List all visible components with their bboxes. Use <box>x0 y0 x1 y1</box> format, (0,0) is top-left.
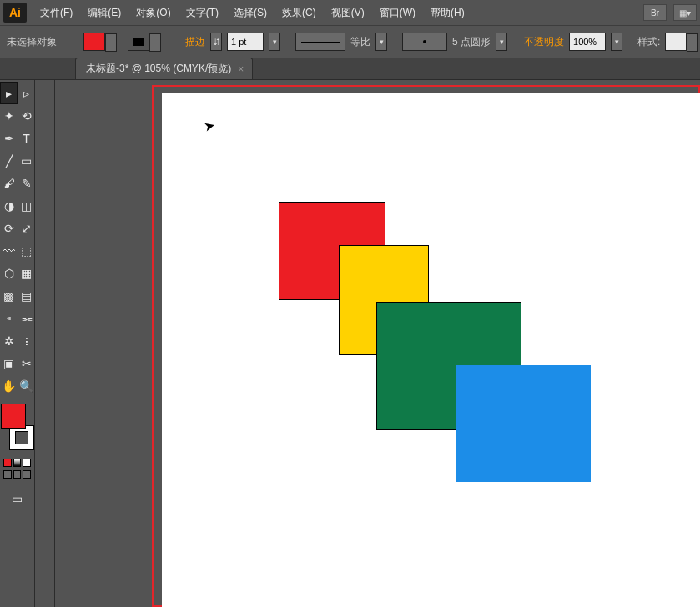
bridge-button[interactable]: Br <box>643 4 667 21</box>
fill-swatch[interactable] <box>83 33 105 51</box>
tool-gradient[interactable]: ▤ <box>18 284 35 307</box>
no-selection-label: 未选择对象 <box>7 35 57 49</box>
menubar: Ai 文件(F) 编辑(E) 对象(O) 文字(T) 选择(S) 效果(C) 视… <box>0 0 700 25</box>
screen-mode-present[interactable] <box>23 470 31 479</box>
stroke-profile-preview[interactable] <box>295 33 345 51</box>
app-logo: Ai <box>3 3 27 23</box>
canvas-area[interactable]: ➤ <box>35 80 700 607</box>
draw-mode-button[interactable]: ▭ <box>0 487 33 509</box>
tool-direct-selection[interactable]: ▹ <box>18 82 35 104</box>
uniform-label: 等比 <box>350 35 370 49</box>
tool-width[interactable]: 〰 <box>0 239 18 262</box>
stroke-weight-menu[interactable]: ▾ <box>269 33 280 51</box>
tool-paintbrush[interactable]: 🖌 <box>0 172 18 194</box>
stroke-swatch[interactable] <box>128 33 149 51</box>
color-mode-row <box>0 457 34 469</box>
tool-rectangle[interactable]: ▭ <box>18 149 35 172</box>
tool-scale[interactable]: ⤢ <box>18 217 35 239</box>
menu-file[interactable]: 文件(F) <box>33 3 79 23</box>
tool-hand[interactable]: ✋ <box>0 374 18 397</box>
color-mode-solid[interactable] <box>3 459 12 467</box>
style-swatch[interactable] <box>665 33 687 51</box>
artboard[interactable]: ➤ <box>162 93 700 607</box>
color-mode-gradient[interactable] <box>13 459 22 467</box>
document-tab-title: 未标题-3* @ 105% (CMYK/预览) <box>86 62 231 76</box>
stroke-label: 描边 <box>185 35 205 49</box>
tool-mesh[interactable]: ▩ <box>0 284 18 307</box>
opacity-input[interactable]: 100% <box>569 33 606 51</box>
brush-menu[interactable]: ▾ <box>496 33 507 51</box>
tool-blend[interactable]: ⫘ <box>18 307 35 329</box>
tool-graph[interactable]: ⫶ <box>18 329 35 352</box>
tool-lasso[interactable]: ⟲ <box>18 104 35 127</box>
tool-eraser[interactable]: ◫ <box>18 194 35 217</box>
tool-type[interactable]: T <box>18 127 35 149</box>
workspace-switcher[interactable]: ▦▾ <box>673 4 697 21</box>
tool-selection[interactable]: ▸ <box>0 82 18 104</box>
document-tabs: 未标题-3* @ 105% (CMYK/预览) × <box>0 58 700 80</box>
menu-help[interactable]: 帮助(H) <box>424 3 471 23</box>
menu-object[interactable]: 对象(O) <box>129 3 177 23</box>
vertical-ruler <box>35 80 55 607</box>
tool-magic-wand[interactable]: ✦ <box>0 104 18 127</box>
cursor-icon: ➤ <box>202 118 216 136</box>
menu-edit[interactable]: 编辑(E) <box>81 3 128 23</box>
artboard-bounds: ➤ <box>152 85 700 607</box>
tool-free-transform[interactable]: ⬚ <box>18 239 35 262</box>
tools-panel: ▸ ▹ ✦ ⟲ ✒ T ╱ ▭ 🖌 ✎ ◑ ◫ ⟳ ⤢ 〰 ⬚ ⬡ ▦ ▩ ▤ … <box>0 80 35 607</box>
tool-shape-builder[interactable]: ⬡ <box>0 262 18 284</box>
menu-select[interactable]: 选择(S) <box>227 3 274 23</box>
brush-preview[interactable] <box>402 33 447 51</box>
menu-effect[interactable]: 效果(C) <box>275 3 323 23</box>
menu-type[interactable]: 文字(T) <box>179 3 225 23</box>
brush-label: 5 点圆形 <box>452 35 491 49</box>
fill-stroke-indicator[interactable] <box>1 404 34 450</box>
menu-view[interactable]: 视图(V) <box>325 3 371 23</box>
tool-pencil[interactable]: ✎ <box>18 172 35 194</box>
tool-eyedropper[interactable]: ⁌ <box>0 307 18 329</box>
document-tab-close[interactable]: × <box>238 63 244 75</box>
tool-slice[interactable]: ✂ <box>18 352 35 374</box>
screen-mode-row <box>0 469 34 480</box>
tool-artboard[interactable]: ▣ <box>0 352 18 374</box>
tool-zoom[interactable]: 🔍 <box>18 374 35 397</box>
opacity-label: 不透明度 <box>524 35 564 49</box>
screen-mode-normal[interactable] <box>3 470 12 479</box>
tool-perspective[interactable]: ▦ <box>18 262 35 284</box>
workspace: ▸ ▹ ✦ ⟲ ✒ T ╱ ▭ 🖌 ✎ ◑ ◫ ⟳ ⤢ 〰 ⬚ ⬡ ▦ ▩ ▤ … <box>0 80 700 607</box>
stroke-weight-input[interactable]: 1 pt <box>227 33 264 51</box>
color-mode-none[interactable] <box>23 459 31 467</box>
menu-window[interactable]: 窗口(W) <box>373 3 422 23</box>
rect-blue[interactable] <box>456 365 591 482</box>
options-bar: 未选择对象 描边 ⮃ 1 pt ▾ 等比 ▾ 5 点圆形 ▾ 不透明度 100%… <box>0 25 700 58</box>
stroke-color-icon[interactable] <box>9 425 34 450</box>
stroke-weight-decr[interactable]: ⮃ <box>210 33 222 51</box>
screen-mode-full[interactable] <box>13 470 22 479</box>
document-tab[interactable]: 未标题-3* @ 105% (CMYK/预览) × <box>75 58 253 79</box>
tool-pen[interactable]: ✒ <box>0 127 18 149</box>
stroke-profile-menu[interactable]: ▾ <box>375 33 387 51</box>
tool-symbol-sprayer[interactable]: ✲ <box>0 329 18 352</box>
fill-color-icon[interactable] <box>1 404 26 429</box>
tool-line[interactable]: ╱ <box>0 149 18 172</box>
tool-blob-brush[interactable]: ◑ <box>0 194 18 217</box>
tool-rotate[interactable]: ⟳ <box>0 217 18 239</box>
style-label: 样式: <box>637 35 660 49</box>
opacity-menu[interactable]: ▾ <box>611 33 622 51</box>
